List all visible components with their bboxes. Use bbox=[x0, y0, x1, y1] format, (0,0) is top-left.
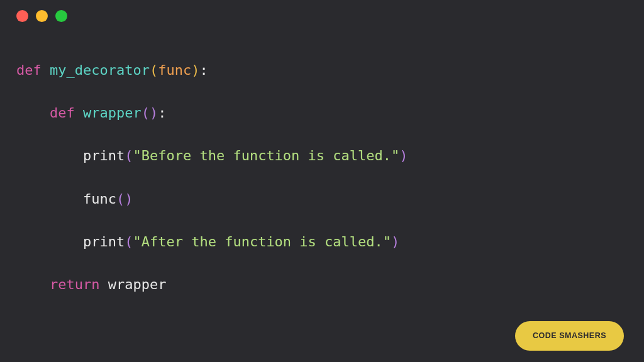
code-line: print("After the function is called.") bbox=[16, 231, 644, 253]
keyword-def: def bbox=[50, 105, 75, 121]
parameter: func bbox=[158, 62, 191, 78]
keyword-def: def bbox=[16, 62, 42, 78]
code-line: return wrapper bbox=[16, 274, 644, 295]
builtin-print: print bbox=[83, 148, 125, 163]
paren-open: ( bbox=[150, 62, 158, 78]
maximize-icon[interactable] bbox=[55, 10, 67, 22]
builtin-print: print bbox=[83, 234, 125, 250]
code-line: def my_decorator(func): bbox=[16, 60, 644, 81]
code-line: func() bbox=[16, 189, 644, 210]
identifier: wrapper bbox=[108, 277, 167, 292]
string-literal: "After the function is called." bbox=[133, 234, 391, 250]
function-call: func bbox=[83, 191, 116, 207]
function-name: my_decorator bbox=[50, 62, 150, 78]
function-name: wrapper bbox=[83, 105, 142, 121]
brand-badge: CODE SMASHERS bbox=[515, 321, 624, 351]
paren-open: ( bbox=[125, 148, 133, 163]
paren-close: ) bbox=[125, 191, 133, 207]
paren-close: ) bbox=[391, 234, 399, 250]
code-line: print("Before the function is called.") bbox=[16, 145, 644, 167]
minimize-icon[interactable] bbox=[36, 10, 48, 22]
string-literal: "Before the function is called." bbox=[133, 148, 399, 163]
paren-close: ) bbox=[191, 62, 199, 78]
paren-open: ( bbox=[116, 191, 125, 207]
code-editor: def my_decorator(func): def wrapper(): p… bbox=[0, 22, 644, 362]
keyword-return: return bbox=[50, 277, 99, 292]
code-line: def wrapper(): bbox=[16, 102, 644, 124]
paren-close: ) bbox=[150, 105, 158, 121]
code-line: @my_decorator bbox=[16, 359, 644, 362]
paren-open: ( bbox=[125, 234, 133, 250]
close-icon[interactable] bbox=[16, 10, 28, 22]
window-controls bbox=[0, 0, 644, 22]
paren-close: ) bbox=[399, 148, 408, 163]
paren-open: ( bbox=[142, 105, 150, 121]
